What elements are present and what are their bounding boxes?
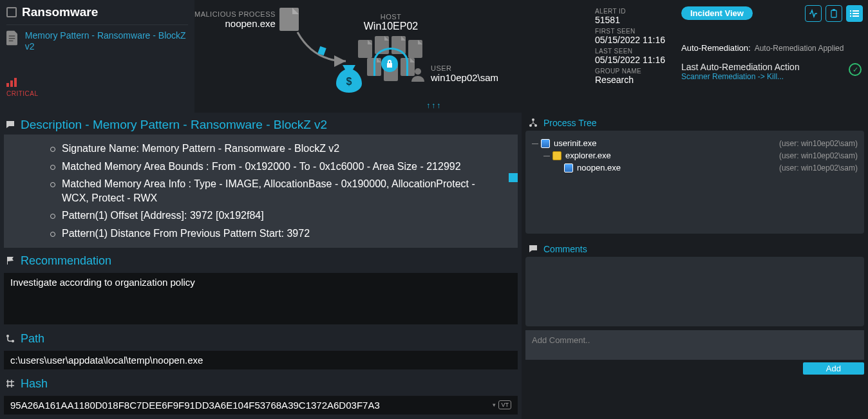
- svg-rect-11: [853, 13, 859, 14]
- success-check-icon: ✓: [849, 63, 862, 76]
- last-seen-label: LAST SEEN: [595, 48, 671, 55]
- alert-title-link[interactable]: Memory Pattern - Ransomware - BlockZ v2: [25, 30, 188, 52]
- recommendation-heading: Recommendation: [21, 254, 111, 268]
- process-icon: [564, 163, 573, 172]
- svg-rect-2: [9, 41, 14, 41]
- alert-list-item[interactable]: Memory Pattern - Ransomware - BlockZ v2: [6, 24, 188, 57]
- side-panel: Process Tree — userinit.exe (user: win10…: [522, 113, 868, 419]
- flag-icon: [5, 256, 15, 266]
- malicious-process-value: noopen.exe: [194, 18, 276, 29]
- svg-rect-6: [831, 10, 836, 17]
- desc-item: Matched Memory Area Bounds : From - 0x19…: [62, 158, 518, 176]
- first-seen-label: FIRST SEEN: [595, 28, 671, 35]
- hash-icon: [5, 378, 15, 389]
- malicious-process-label: MALICIOUS PROCESS: [194, 10, 276, 18]
- speech-icon: [5, 120, 15, 130]
- desc-item: Matched Memory Area Info : Type - IMAGE,…: [62, 175, 518, 207]
- process-name: userinit.exe: [554, 138, 596, 148]
- svg-rect-1: [9, 38, 15, 39]
- first-seen-value: 05/15/2022 11:16: [595, 35, 671, 45]
- description-heading: Description - Memory Pattern - Ransomwar…: [21, 118, 327, 132]
- auto-remediation-value: Auto-Remediation Applied: [755, 44, 844, 53]
- details-panel: Description - Memory Pattern - Ransomwar…: [0, 113, 522, 419]
- svg-rect-8: [850, 10, 851, 12]
- svg-point-14: [6, 335, 9, 337]
- process-user: (user: win10ep02\sam): [779, 139, 858, 148]
- process-user: (user: win10ep02\sam): [779, 151, 858, 160]
- auto-remediation-label: Auto-Remediation:: [681, 43, 751, 53]
- arrow-icon: [294, 29, 359, 68]
- chevron-down-icon[interactable]: —: [543, 152, 550, 159]
- user-label: USER: [431, 64, 498, 72]
- svg-rect-9: [853, 10, 859, 12]
- file-icon: [279, 8, 299, 31]
- scroll-indicator[interactable]: [509, 173, 518, 182]
- process-tree: — userinit.exe (user: win10ep02\sam) — e…: [525, 131, 864, 234]
- alert-id-label: ALERT ID: [595, 8, 671, 15]
- svg-point-16: [532, 118, 534, 121]
- last-seen-value: 05/15/2022 11:16: [595, 55, 671, 65]
- path-heading: Path: [21, 332, 44, 346]
- process-icon: [552, 151, 561, 160]
- virustotal-badge[interactable]: VT: [498, 400, 511, 409]
- incident-graphic: MALICIOUS PROCESS noopen.exe HOST Win10E…: [194, 0, 591, 113]
- last-action-link[interactable]: Scanner Remediation -> Kill...: [681, 72, 862, 81]
- group-label: GROUP NAME: [595, 68, 671, 75]
- host-label: HOST: [355, 13, 426, 21]
- tree-row[interactable]: — explorer.exe (user: win10ep02\sam): [532, 149, 858, 162]
- user-icon: [410, 66, 426, 82]
- desc-item: Pattern(1) Offset [Address]: 3972 [0x192…: [62, 207, 518, 225]
- svg-point-5: [415, 68, 421, 75]
- svg-point-15: [12, 340, 14, 342]
- svg-rect-0: [9, 35, 15, 36]
- tree-icon: [528, 118, 538, 128]
- recommendation-text: Investigate according to organization po…: [4, 273, 518, 324]
- comments-heading: Comments: [543, 244, 587, 254]
- last-action-label: Last Auto-Remediation Action: [681, 62, 862, 72]
- svg-rect-12: [850, 15, 851, 17]
- chevron-down-icon[interactable]: —: [532, 140, 538, 147]
- path-value: c:\users\user\appdata\local\temp\noopen.…: [4, 351, 518, 369]
- select-checkbox[interactable]: [6, 7, 17, 17]
- alert-metadata: ALERT ID 51581 FIRST SEEN 05/15/2022 11:…: [591, 0, 675, 113]
- process-icon: [541, 139, 550, 148]
- severity-indicator: CRITICAL: [6, 77, 188, 97]
- incident-view-button[interactable]: Incident View: [681, 6, 753, 20]
- category-title: Ransomware: [22, 5, 98, 19]
- lock-icon: [381, 55, 398, 72]
- svg-rect-7: [833, 9, 835, 11]
- process-name: noopen.exe: [577, 163, 621, 172]
- desc-item: Signature Name: Memory Pattern - Ransomw…: [62, 140, 518, 158]
- svg-rect-13: [853, 15, 859, 17]
- collapse-arrows-icon[interactable]: ↑↑↑: [426, 101, 442, 110]
- group-value: Research: [595, 75, 671, 85]
- user-value: win10ep02\sam: [431, 72, 498, 83]
- list-icon[interactable]: [846, 5, 863, 22]
- svg-rect-10: [850, 13, 851, 14]
- desc-item: Pattern(1) Distance From Previous Patter…: [62, 225, 518, 243]
- alert-sidebar: Ransomware Memory Pattern - Ransomware -…: [0, 0, 194, 113]
- comments-list: [525, 257, 864, 326]
- document-icon: [6, 30, 19, 46]
- alert-id-value: 51581: [595, 15, 671, 25]
- add-comment-button[interactable]: Add: [803, 362, 864, 375]
- tree-row[interactable]: noopen.exe (user: win10ep02\sam): [532, 162, 858, 174]
- tree-row[interactable]: — userinit.exe (user: win10ep02\sam): [532, 137, 858, 149]
- activity-icon[interactable]: [805, 5, 822, 22]
- money-bag-icon: $: [336, 64, 362, 95]
- tag-icon: ▾: [493, 402, 496, 408]
- host-value: Win10EP02: [355, 21, 426, 32]
- process-user: (user: win10ep02\sam): [779, 163, 858, 172]
- process-name: explorer.exe: [565, 151, 611, 160]
- svg-text:$: $: [346, 76, 352, 87]
- comment-input[interactable]: [525, 330, 864, 360]
- hash-value: 95A26A161AA1180D018F8C7DEE6F9F91DD3A6E10…: [10, 400, 380, 411]
- path-icon: [5, 333, 15, 344]
- description-list: Signature Name: Memory Pattern - Ransomw…: [4, 135, 518, 248]
- clipboard-icon[interactable]: [826, 5, 842, 22]
- hash-heading: Hash: [21, 377, 48, 391]
- process-tree-heading: Process Tree: [543, 118, 596, 128]
- comment-icon: [528, 244, 538, 254]
- severity-label: CRITICAL: [6, 90, 188, 97]
- remediation-panel: Incident View Auto-Remediation: Auto-Rem…: [675, 0, 868, 113]
